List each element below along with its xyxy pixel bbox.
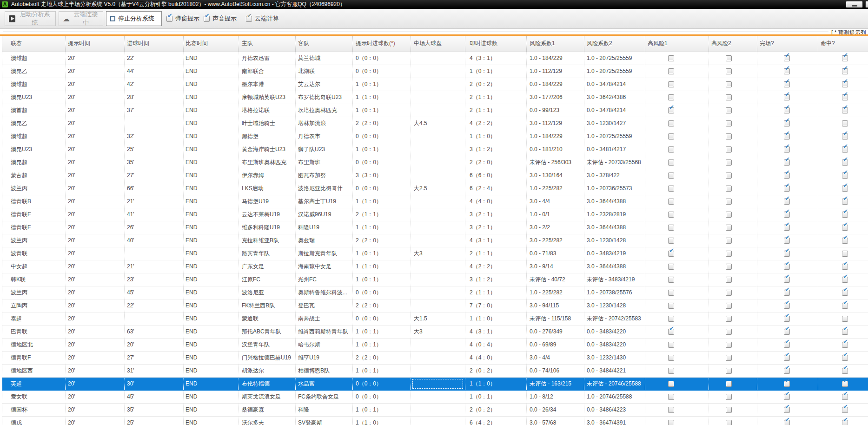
match-row[interactable]: 波兰丙20'66'ENDLKS启动波洛尼亚比得哥什0（0：0）大2.56（2：4… — [2, 182, 868, 195]
hit-checkbox[interactable]: ✔ — [842, 277, 848, 283]
hit-checkbox[interactable]: ✔ — [842, 394, 848, 400]
match-row[interactable]: 澳昆超20'35'END布里斯班奥林匹克布里斯班0（0：0）2（2：0）未评估 … — [2, 156, 868, 169]
high_risk2-checkbox[interactable] — [726, 186, 732, 192]
hit-checkbox[interactable]: ✔ — [842, 381, 848, 387]
match-row[interactable]: 澳昆U2320'28'END摩顿城精英联U23布罗德比奇联U231（1：0）2（… — [2, 91, 868, 104]
high_risk1-checkbox[interactable] — [668, 264, 674, 270]
high_risk1-checkbox[interactable] — [668, 381, 674, 387]
high_risk2-checkbox[interactable] — [726, 68, 732, 74]
match-row[interactable]: 澳昆乙20'END叶士域治骑士塔林加流浪2（2：0）大4.54（2：2）3.0 … — [2, 117, 868, 130]
high_risk1-checkbox[interactable] — [668, 407, 674, 413]
high_risk2-checkbox[interactable] — [726, 81, 732, 87]
high_risk2-checkbox[interactable] — [726, 329, 732, 335]
ended-checkbox[interactable]: ✔ — [784, 94, 790, 100]
hit-checkbox[interactable]: ✔ — [842, 407, 848, 413]
high_risk2-checkbox[interactable] — [726, 394, 732, 400]
match-row[interactable]: 波兰丙20'40'END克拉科维亚B队奥兹瑞2（2：0）4（3：1）3.0 - … — [2, 234, 868, 247]
hit-checkbox[interactable] — [842, 120, 848, 126]
hit-checkbox[interactable]: ✔ — [842, 159, 848, 166]
high_risk2-checkbox[interactable] — [726, 146, 732, 153]
col-header-match_time[interactable]: 比赛时间 — [184, 36, 239, 52]
match-row[interactable]: 澳首超20'37'END塔格拉诺联坎培拉奥林匹克1（0：1）2（1：1）0.0 … — [2, 104, 868, 117]
col-header-alert_time[interactable]: 提示时间 — [66, 36, 125, 52]
match-row[interactable]: 澳昆U2320'25'END黄金海岸骑士U23狮子队U231（0：1）3（1：2… — [2, 143, 868, 156]
hit-checkbox[interactable]: ✔ — [842, 290, 848, 296]
match-row[interactable]: 立陶丙20'22'ENDFK特兰西B队登巴瓦2（2：0）7（7：0）3.0 - … — [2, 299, 868, 312]
hit-checkbox[interactable]: ✔ — [842, 107, 848, 113]
col-header-high_risk1[interactable]: 高风险1 — [645, 36, 709, 52]
ended-checkbox[interactable]: ✔ — [784, 107, 790, 113]
high_risk2-checkbox[interactable] — [726, 225, 732, 231]
hit-checkbox[interactable]: ✔ — [842, 186, 848, 192]
high_risk1-checkbox[interactable] — [668, 290, 674, 296]
high_risk1-checkbox[interactable] — [668, 394, 674, 400]
cloud-compute-checkbox[interactable]: ✔ 云端计算 — [246, 14, 279, 23]
minimize-button[interactable] — [846, 1, 863, 8]
hit-checkbox[interactable]: ✔ — [842, 55, 848, 61]
col-header-away[interactable]: 客队 — [296, 36, 353, 52]
ended-checkbox[interactable]: ✔ — [784, 264, 790, 270]
match-row[interactable]: 中女超20'21'END广东女足海南琼中女足1（1：0）4（2：2）3.0 - … — [2, 260, 868, 273]
high_risk1-checkbox[interactable] — [668, 186, 674, 192]
high_risk1-checkbox[interactable] — [668, 94, 674, 100]
high_risk2-checkbox[interactable] — [726, 159, 732, 166]
ended-checkbox[interactable]: ✔ — [784, 355, 790, 361]
ended-checkbox[interactable]: ✔ — [784, 225, 790, 231]
col-header-league[interactable]: 联赛 — [2, 36, 66, 52]
cloud-connecting-button[interactable]: ☁ 云端连接中 — [59, 11, 103, 26]
hit-checkbox[interactable]: ✔ — [842, 264, 848, 270]
match-row[interactable]: 澳维超20'42'END墨尔本港艾云达尔1（0：1）2（0：2）0.0 - 18… — [2, 78, 868, 91]
high_risk1-checkbox[interactable] — [668, 316, 674, 322]
high_risk2-checkbox[interactable] — [726, 303, 732, 309]
high_risk1-checkbox[interactable] — [668, 173, 674, 179]
col-header-hit[interactable]: 命中? — [818, 36, 868, 52]
high_risk2-checkbox[interactable] — [726, 264, 732, 270]
stop-analysis-button[interactable]: 停止分析系统 — [106, 11, 162, 26]
ended-checkbox[interactable]: ✔ — [784, 199, 790, 205]
hit-checkbox[interactable]: ✔ — [842, 225, 848, 231]
high_risk2-checkbox[interactable] — [726, 212, 732, 218]
ended-checkbox[interactable]: ✔ — [784, 303, 790, 309]
high_risk1-checkbox[interactable] — [668, 238, 674, 244]
col-header-ht_line[interactable]: 中场大球盘 — [411, 36, 465, 52]
col-header-risk1[interactable]: 风险系数1 — [527, 36, 584, 52]
high_risk1-checkbox[interactable] — [668, 225, 674, 231]
high_risk2-checkbox[interactable] — [726, 238, 732, 244]
high_risk1-checkbox[interactable]: ✔ — [668, 107, 674, 113]
start-analysis-button[interactable]: 启动分析系统 — [5, 11, 56, 26]
high_risk1-checkbox[interactable] — [668, 355, 674, 361]
high_risk2-checkbox[interactable] — [726, 368, 732, 374]
high_risk2-checkbox[interactable] — [726, 133, 732, 139]
high_risk2-checkbox[interactable] — [726, 277, 732, 283]
high_risk2-checkbox[interactable] — [726, 120, 732, 126]
match-row[interactable]: 蒙古超20'27'END伊尔赤姆图瓦布加努3（3：0）6（6：0）3.0 - 1… — [2, 169, 868, 182]
hit-checkbox[interactable]: ✔ — [842, 199, 848, 205]
high_risk1-checkbox[interactable]: ✔ — [668, 329, 674, 335]
hit-checkbox[interactable]: ✔ — [842, 68, 848, 74]
match-row[interactable]: 德青联F20'27'END门兴格拉德巴赫U19维亨U192（2：0）4（4：0）… — [2, 351, 868, 364]
hit-checkbox[interactable]: ✔ — [842, 146, 848, 153]
high_risk2-checkbox[interactable] — [726, 290, 732, 296]
high_risk1-checkbox[interactable] — [668, 303, 674, 309]
hit-checkbox[interactable]: ✔ — [842, 212, 848, 218]
hit-checkbox[interactable]: ✔ — [842, 368, 848, 374]
match-row[interactable]: 德地区西20'31'END胡派达尔柏德博恩B队1（0：1）2（0：2）0.0 -… — [2, 364, 868, 377]
high_risk2-checkbox[interactable] — [726, 342, 732, 348]
high_risk2-checkbox[interactable] — [726, 420, 732, 425]
high_risk1-checkbox[interactable] — [668, 199, 674, 205]
hit-checkbox[interactable]: ✔ — [842, 133, 848, 139]
col-header-alert_goals[interactable]: 提示时进球数(*) — [353, 36, 411, 52]
ended-checkbox[interactable]: ✔ — [784, 133, 790, 139]
ended-checkbox[interactable]: ✔ — [784, 251, 790, 257]
hit-checkbox[interactable]: ✔ — [842, 420, 848, 425]
match-row[interactable]: 波青联20'END路宾青年队斯拉斯克青年队1（0：1）大32（1：1）0.0 -… — [2, 247, 868, 260]
ended-checkbox[interactable]: ✔ — [784, 381, 790, 387]
match-row[interactable]: 泰超20'END蒙通联南奔战士0（0：0）大1.51（1：0）未评估 - 115… — [2, 312, 868, 325]
high_risk2-checkbox[interactable] — [726, 316, 732, 322]
high_risk1-checkbox[interactable] — [668, 420, 674, 425]
col-header-goal_time[interactable]: 进球时间 — [125, 36, 184, 52]
high_risk1-checkbox[interactable] — [668, 55, 674, 61]
match-row[interactable]: 德青联E20'41'END云达不莱梅U19汉诺威96U192（1：1）3（2：1… — [2, 208, 868, 221]
high_risk1-checkbox[interactable] — [668, 120, 674, 126]
ended-checkbox[interactable]: ✔ — [784, 68, 790, 74]
